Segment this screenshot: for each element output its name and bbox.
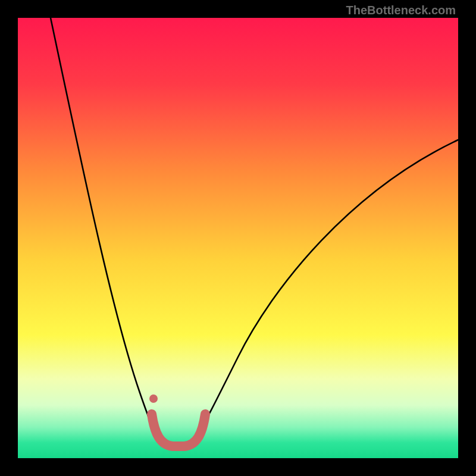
bottom-u-shape [152, 414, 205, 446]
watermark-text: TheBottleneck.com [346, 4, 456, 17]
left-curve [51, 18, 158, 439]
curve-layer [18, 18, 458, 458]
dot [149, 394, 158, 403]
plot-frame [18, 18, 458, 458]
right-curve [195, 140, 458, 439]
